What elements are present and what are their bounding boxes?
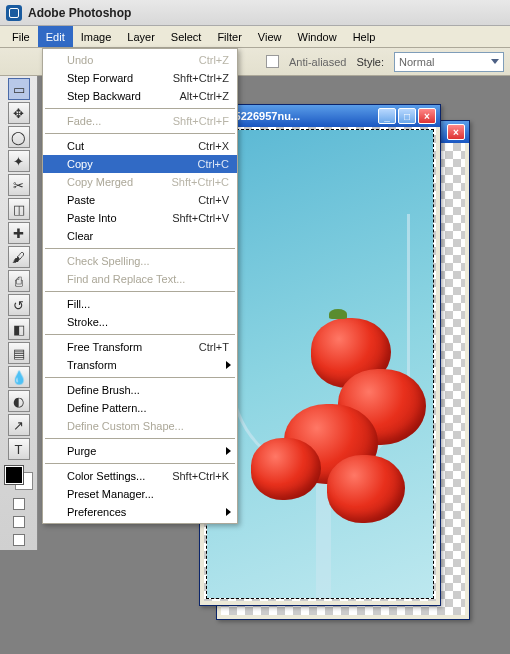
path-tool[interactable]: ↗	[8, 414, 30, 436]
menu-filter[interactable]: Filter	[209, 26, 249, 47]
menuitem-define-custom-shape-: Define Custom Shape...	[43, 417, 237, 435]
minimize-icon[interactable]: _	[378, 108, 396, 124]
menu-view[interactable]: View	[250, 26, 290, 47]
menu-image[interactable]: Image	[73, 26, 120, 47]
color-swatch[interactable]	[5, 466, 33, 490]
close-icon[interactable]: ×	[447, 124, 465, 140]
foreground-color[interactable]	[5, 466, 23, 484]
history-tool[interactable]: ↺	[8, 294, 30, 316]
style-label: Style:	[356, 56, 384, 68]
heal-tool[interactable]: ✚	[8, 222, 30, 244]
menu-separator	[45, 133, 235, 134]
eraser-tool[interactable]: ◧	[8, 318, 30, 340]
menuitem-transform[interactable]: Transform	[43, 356, 237, 374]
edit-menu-dropdown: UndoCtrl+ZStep ForwardShft+Ctrl+ZStep Ba…	[42, 48, 238, 524]
menuitem-purge[interactable]: Purge	[43, 442, 237, 460]
menu-window[interactable]: Window	[290, 26, 345, 47]
menuitem-step-forward[interactable]: Step ForwardShft+Ctrl+Z	[43, 69, 237, 87]
menuitem-clear[interactable]: Clear	[43, 227, 237, 245]
menu-file[interactable]: File	[4, 26, 38, 47]
wand-tool[interactable]: ✦	[8, 150, 30, 172]
maximize-icon[interactable]: □	[398, 108, 416, 124]
type-tool[interactable]: T	[8, 438, 30, 460]
dodge-tool[interactable]: ◐	[8, 390, 30, 412]
submenu-arrow-icon	[226, 361, 231, 369]
lasso-tool[interactable]: ◯	[8, 126, 30, 148]
brush-tool[interactable]: 🖌	[8, 246, 30, 268]
toolbox: ▭✥◯✦✂◫✚🖌⎙↺◧▤💧◐↗T	[0, 76, 38, 550]
menuitem-find-and-replace-text-: Find and Replace Text...	[43, 270, 237, 288]
submenu-arrow-icon	[226, 508, 231, 516]
screen-mode-button[interactable]	[13, 516, 25, 528]
menu-edit[interactable]: Edit	[38, 26, 73, 47]
menu-separator	[45, 438, 235, 439]
menuitem-fill-[interactable]: Fill...	[43, 295, 237, 313]
menuitem-fade-: Fade...Shft+Ctrl+F	[43, 112, 237, 130]
selection-marquee	[206, 129, 434, 599]
menu-layer[interactable]: Layer	[119, 26, 163, 47]
stamp-tool[interactable]: ⎙	[8, 270, 30, 292]
menuitem-preferences[interactable]: Preferences	[43, 503, 237, 521]
menuitem-stroke-[interactable]: Stroke...	[43, 313, 237, 331]
menu-separator	[45, 291, 235, 292]
blur-tool[interactable]: 💧	[8, 366, 30, 388]
menu-separator	[45, 248, 235, 249]
crop-tool[interactable]: ✂	[8, 174, 30, 196]
menu-bar: FileEditImageLayerSelectFilterViewWindow…	[0, 26, 510, 48]
menuitem-undo: UndoCtrl+Z	[43, 51, 237, 69]
menu-select[interactable]: Select	[163, 26, 210, 47]
anti-aliased-checkbox[interactable]	[266, 55, 279, 68]
menu-separator	[45, 463, 235, 464]
menuitem-cut[interactable]: CutCtrl+X	[43, 137, 237, 155]
menuitem-free-transform[interactable]: Free TransformCtrl+T	[43, 338, 237, 356]
gradient-tool[interactable]: ▤	[8, 342, 30, 364]
marquee-tool[interactable]: ▭	[8, 78, 30, 100]
menuitem-color-settings-[interactable]: Color Settings...Shft+Ctrl+K	[43, 467, 237, 485]
menuitem-paste-into[interactable]: Paste IntoShft+Ctrl+V	[43, 209, 237, 227]
style-dropdown[interactable]: Normal	[394, 52, 504, 72]
slice-tool[interactable]: ◫	[8, 198, 30, 220]
quick-mask-button[interactable]	[13, 498, 25, 510]
menuitem-check-spelling-: Check Spelling...	[43, 252, 237, 270]
close-icon[interactable]: ×	[418, 108, 436, 124]
menu-separator	[45, 334, 235, 335]
app-title: Adobe Photoshop	[28, 6, 131, 20]
app-logo-icon	[6, 5, 22, 21]
canvas[interactable]	[204, 127, 436, 601]
menuitem-step-backward[interactable]: Step BackwardAlt+Ctrl+Z	[43, 87, 237, 105]
move-tool[interactable]: ✥	[8, 102, 30, 124]
menu-help[interactable]: Help	[345, 26, 384, 47]
menuitem-copy[interactable]: CopyCtrl+C	[43, 155, 237, 173]
menuitem-copy-merged: Copy MergedShft+Ctrl+C	[43, 173, 237, 191]
menuitem-define-brush-[interactable]: Define Brush...	[43, 381, 237, 399]
menuitem-paste[interactable]: PasteCtrl+V	[43, 191, 237, 209]
menuitem-define-pattern-[interactable]: Define Pattern...	[43, 399, 237, 417]
menuitem-preset-manager-[interactable]: Preset Manager...	[43, 485, 237, 503]
title-bar: Adobe Photoshop	[0, 0, 510, 26]
anti-aliased-label: Anti-aliased	[289, 56, 346, 68]
menu-separator	[45, 377, 235, 378]
imageready-button[interactable]	[13, 534, 25, 546]
menu-separator	[45, 108, 235, 109]
chevron-down-icon	[491, 59, 499, 64]
submenu-arrow-icon	[226, 447, 231, 455]
style-value: Normal	[399, 56, 434, 68]
